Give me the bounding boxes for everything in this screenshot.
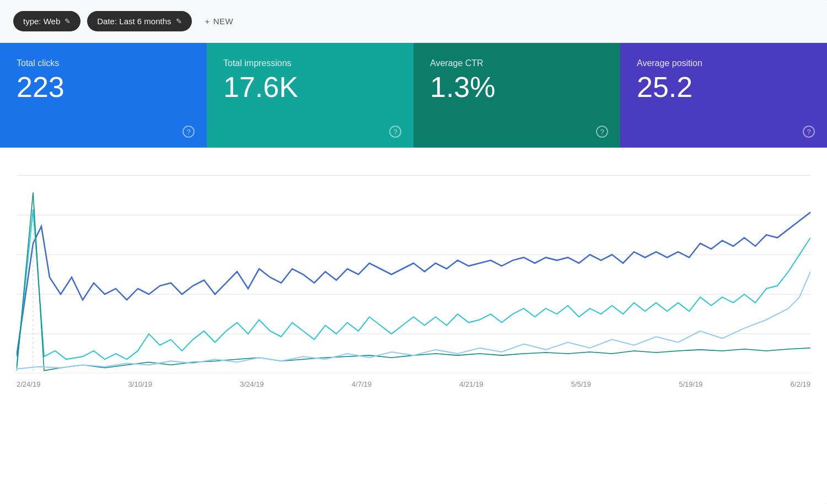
type-filter-edit-icon: ✎ — [65, 17, 71, 25]
plus-icon: + — [205, 17, 210, 26]
x-axis-labels: 2/24/19 3/10/19 3/24/19 4/7/19 4/21/19 5… — [17, 376, 810, 388]
x-label-0: 2/24/19 — [17, 380, 40, 388]
position-help-icon[interactable]: ? — [803, 126, 815, 138]
top-bar: type: Web ✎ Date: Last 6 months ✎ + NEW — [0, 0, 827, 43]
date-filter-edit-icon: ✎ — [176, 17, 182, 25]
ctr-help-icon[interactable]: ? — [596, 126, 608, 138]
chart-area: 2/24/19 3/10/19 3/24/19 4/7/19 4/21/19 5… — [0, 148, 827, 434]
x-label-6: 5/19/19 — [679, 380, 702, 388]
metric-card-impressions[interactable]: Total impressions 17.6K ? — [207, 43, 414, 148]
position-value: 25.2 — [637, 73, 810, 101]
date-filter-label: Date: Last 6 months — [97, 17, 171, 26]
line-chart — [17, 164, 810, 373]
x-label-1: 3/10/19 — [128, 380, 152, 388]
clicks-label: Total clicks — [17, 58, 190, 68]
x-label-3: 4/7/19 — [352, 380, 372, 388]
impressions-value: 17.6K — [223, 73, 397, 101]
impressions-line — [17, 212, 810, 356]
impressions-label: Total impressions — [223, 58, 397, 68]
metric-card-position[interactable]: Average position 25.2 ? — [620, 43, 827, 148]
metric-card-ctr[interactable]: Average CTR 1.3% ? — [414, 43, 620, 148]
position-label: Average position — [637, 58, 810, 68]
type-filter-pill[interactable]: type: Web ✎ — [13, 11, 80, 31]
screen-wrapper: type: Web ✎ Date: Last 6 months ✎ + NEW … — [0, 0, 827, 504]
metrics-row: Total clicks 223 ? Total impressions 17.… — [0, 43, 827, 148]
x-label-2: 3/24/19 — [240, 380, 264, 388]
date-filter-pill[interactable]: Date: Last 6 months ✎ — [87, 11, 191, 31]
type-filter-label: type: Web — [23, 17, 60, 26]
metric-card-clicks[interactable]: Total clicks 223 ? — [0, 43, 207, 148]
ctr-value: 1.3% — [430, 73, 604, 101]
ctr-label: Average CTR — [430, 58, 604, 68]
new-button-label: NEW — [213, 17, 234, 26]
ctr-line — [17, 192, 810, 371]
x-label-5: 5/5/19 — [571, 380, 591, 388]
new-button[interactable]: + NEW — [198, 12, 240, 30]
impressions-help-icon[interactable]: ? — [389, 126, 401, 138]
clicks-value: 223 — [17, 73, 190, 101]
clicks-line — [17, 209, 810, 368]
clicks-help-icon[interactable]: ? — [182, 126, 195, 138]
position-line — [17, 272, 810, 369]
x-label-7: 6/2/19 — [791, 380, 810, 388]
x-label-4: 4/21/19 — [459, 380, 483, 388]
